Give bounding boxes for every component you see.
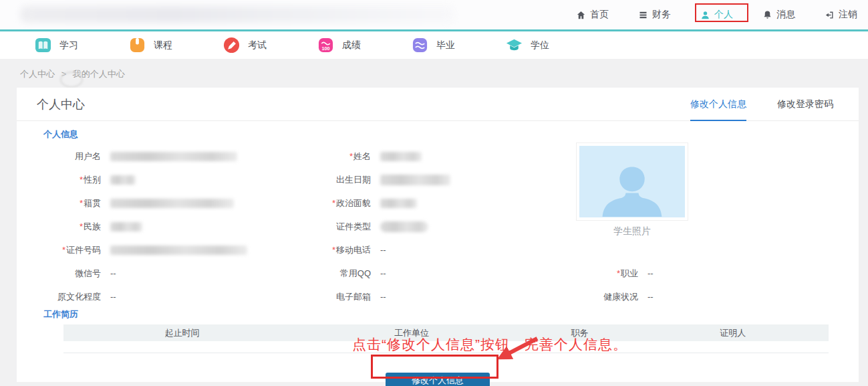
top-nav: 首页 财务 个人 消息 注销	[576, 0, 857, 29]
required-marker: *	[80, 198, 83, 208]
field-mobile-phone: *移动电话 --	[311, 238, 578, 262]
personal-info-form: 用户名 *性别 *籍贯 *民族 *证件号码 微信号 --	[43, 144, 859, 308]
section-title-work-history: 工作简历	[43, 308, 859, 320]
field-id-number: *证件号码	[43, 238, 311, 262]
field-previous-education-value: --	[110, 292, 116, 302]
student-photo-placeholder	[579, 146, 685, 217]
field-native-place-value-blurred	[110, 199, 234, 208]
field-id-type-label: 证件类型	[311, 221, 371, 233]
field-occupation-label: *职业	[578, 268, 638, 280]
section-title-personal-info: 个人信息	[43, 128, 859, 140]
module-degree[interactable]: 学位	[506, 37, 600, 54]
score-icon: 100	[317, 37, 334, 54]
form-column-2: *姓名 出生日期 *政治面貌 证件类型 *移动电话 -- 常用QQ --	[311, 144, 578, 308]
nav-personal[interactable]: 个人	[700, 9, 733, 21]
field-political-status-label: *政治面貌	[311, 197, 371, 209]
tab-change-password[interactable]: 修改登录密码	[777, 88, 833, 121]
required-marker: *	[332, 198, 335, 208]
field-username-label: 用户名	[43, 151, 101, 163]
field-email-label: 电子邮箱	[311, 291, 371, 303]
form-column-1: 用户名 *性别 *籍贯 *民族 *证件号码 微信号 --	[43, 144, 311, 308]
module-exams[interactable]: 考试	[223, 37, 317, 54]
module-graduation-label: 毕业	[436, 39, 455, 52]
student-photo-box: 学生照片	[576, 142, 688, 237]
field-qq-label: 常用QQ	[311, 268, 371, 280]
field-gender-value-blurred	[110, 175, 136, 185]
edit-personal-info-button[interactable]: 修改个人信息	[386, 373, 490, 386]
field-health-status-value: --	[647, 292, 654, 302]
person-silhouette-icon	[592, 160, 672, 217]
required-marker: *	[62, 245, 65, 255]
field-wechat-label: 微信号	[43, 268, 101, 280]
required-marker: *	[332, 245, 335, 255]
module-grades[interactable]: 100 成绩	[317, 37, 412, 54]
work-history-table: 起止时间 工作单位 职务 证明人	[63, 324, 829, 353]
field-gender: *性别	[43, 168, 311, 191]
module-study[interactable]: 学习	[35, 37, 129, 54]
nav-logout[interactable]: 注销	[825, 9, 857, 21]
study-icon	[35, 37, 51, 54]
field-ethnicity-label: *民族	[43, 221, 101, 233]
field-id-type: 证件类型	[311, 215, 578, 238]
field-qq: 常用QQ --	[311, 262, 578, 285]
page-title: 个人中心	[37, 96, 85, 112]
card-header: 个人中心 修改个人信息 修改登录密码	[17, 88, 859, 121]
field-username-value-blurred	[110, 152, 237, 161]
field-email: 电子邮箱 --	[311, 285, 578, 308]
finance-icon	[638, 10, 648, 20]
field-ethnicity-value-blurred	[110, 222, 142, 231]
field-ethnicity: *民族	[43, 215, 311, 238]
graduation-icon	[412, 37, 428, 54]
field-native-place: *籍贯	[43, 191, 311, 215]
module-courses[interactable]: 课程	[129, 37, 223, 54]
button-zone: 修改个人信息	[17, 373, 859, 386]
module-study-label: 学习	[59, 39, 78, 52]
degree-icon	[506, 37, 523, 54]
field-birth-date-value-blurred	[380, 175, 450, 185]
work-history-header-row: 起止时间 工作单位 职务 证明人	[63, 324, 829, 341]
nav-finance-label: 财务	[652, 9, 671, 21]
work-history-empty-row	[63, 341, 829, 353]
field-id-number-value-blurred	[110, 246, 247, 255]
field-gender-label: *性别	[43, 174, 101, 186]
column-header-position: 职务	[523, 324, 637, 341]
nav-messages[interactable]: 消息	[762, 9, 795, 21]
user-icon	[700, 10, 710, 20]
field-birth-date: 出生日期	[311, 168, 578, 191]
field-health-status: 健康状况 --	[578, 285, 859, 308]
tab-edit-personal-info[interactable]: 修改个人信息	[690, 88, 746, 121]
module-graduation[interactable]: 毕业	[412, 37, 506, 54]
nav-messages-label: 消息	[776, 9, 795, 21]
field-qq-value: --	[380, 268, 386, 278]
tab-bar: 修改个人信息 修改登录密码	[690, 88, 833, 121]
field-birth-date-label: 出生日期	[311, 174, 371, 186]
field-username: 用户名	[43, 144, 311, 168]
field-id-number-label: *证件号码	[43, 244, 101, 256]
required-marker: *	[80, 221, 83, 231]
module-bar: 学习 课程 考试 100 成绩 毕业 学位	[0, 31, 868, 60]
nav-home[interactable]: 首页	[576, 9, 609, 21]
field-email-value: --	[380, 292, 386, 302]
column-header-employer: 工作单位	[301, 324, 523, 341]
site-logo-blurred	[20, 6, 454, 23]
module-exams-label: 考试	[248, 39, 267, 52]
required-marker: *	[617, 268, 620, 278]
blur-artifact	[60, 72, 83, 88]
home-icon	[576, 10, 586, 20]
column-header-time-period: 起止时间	[63, 324, 301, 341]
field-mobile-phone-value: --	[380, 245, 386, 255]
nav-finance[interactable]: 财务	[638, 9, 671, 21]
field-id-type-value-blurred	[380, 221, 428, 232]
field-previous-education: 原文化程度 --	[43, 285, 311, 308]
breadcrumb-personal-center[interactable]: 个人中心	[20, 69, 55, 79]
required-marker: *	[80, 175, 83, 185]
nav-home-label: 首页	[590, 9, 609, 21]
module-courses-label: 课程	[154, 39, 172, 52]
student-photo-label: 学生照片	[576, 225, 688, 237]
field-wechat-value: --	[110, 268, 116, 278]
field-name-value-blurred	[380, 152, 422, 161]
module-grades-label: 成绩	[342, 39, 361, 52]
field-occupation: *职业 --	[578, 262, 859, 285]
field-native-place-label: *籍贯	[43, 197, 101, 209]
bell-icon	[762, 10, 772, 20]
